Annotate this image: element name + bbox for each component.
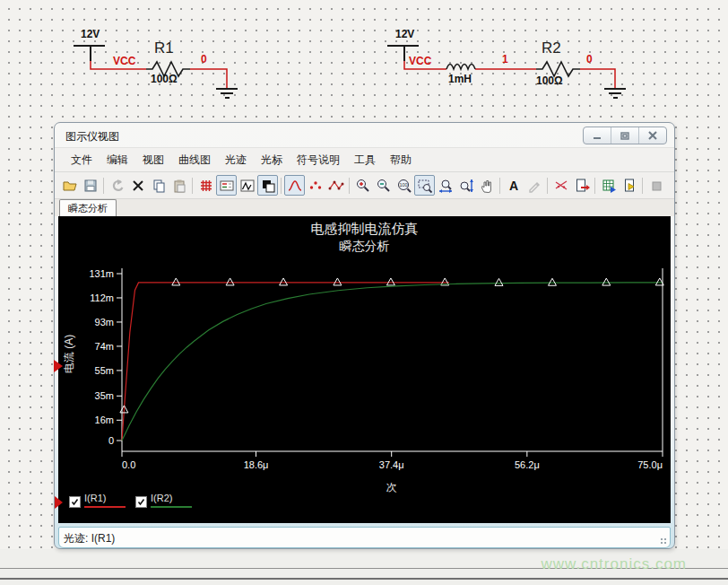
cursors-icon[interactable] [550,175,571,196]
svg-text:0: 0 [108,435,114,446]
zoom-vertical-icon[interactable] [455,175,476,196]
toolbar-separator [547,178,548,194]
paste-icon [169,175,189,196]
svg-text:56.2μ: 56.2μ [515,459,540,470]
y-axis-label: 电流 (A) [62,314,77,395]
divider-line [0,578,728,580]
stop-icon [646,175,666,196]
window-controls [583,127,667,144]
legend-label-ir1: I(R1) [84,493,126,503]
vcc-symbol-left [74,46,105,61]
svg-text:75.0μ: 75.0μ [637,459,663,470]
text-annotation-icon[interactable]: A [503,175,524,196]
net-label-vcc-right: VCC [409,55,431,67]
legend-icon[interactable] [216,175,237,196]
window-title: 图示仪视图 [65,129,119,144]
menu-graph[interactable]: 曲线图 [171,150,218,170]
menu-cursor[interactable]: 光标 [254,150,290,170]
title-bar[interactable]: 图示仪视图 [55,123,674,147]
ground-symbol-right [604,89,626,98]
legend-label-ir2: I(R2) [151,493,192,503]
source-label-left: 12V [81,28,100,40]
pan-hand-icon[interactable] [476,175,497,196]
minimize-icon [591,130,603,141]
inductor-value-l1[interactable]: 1mH [448,73,472,85]
resistor-ref-r2[interactable]: R2 [542,39,561,57]
menu-tools[interactable]: 工具 [347,150,383,170]
zoom-100-icon[interactable]: 100 [394,175,414,196]
zoom-in-icon[interactable] [352,175,373,196]
delete-icon[interactable] [127,175,148,196]
svg-text:0.0: 0.0 [122,459,135,470]
net-label-vcc-left: VCC [113,55,135,67]
export-report-icon[interactable] [619,175,639,196]
menu-edit[interactable]: 编辑 [100,150,135,170]
resistor-ref-r1[interactable]: R1 [154,39,174,57]
export-excel-icon[interactable] [598,175,619,196]
copy-icon[interactable] [148,175,169,196]
restore-button[interactable] [611,127,638,144]
trace-properties-icon[interactable] [237,175,257,196]
chart-subtitle: 瞬态分析 [58,239,671,255]
menu-file[interactable]: 文件 [64,150,100,170]
toolbar-separator [103,178,104,194]
legend-checkbox-ir1[interactable] [69,496,81,508]
toolbar-separator [281,178,282,194]
svg-text:16m: 16m [95,415,114,425]
legend-arrow-icon [55,496,63,509]
menu-help[interactable]: 帮助 [383,150,419,170]
toolbar: 100 A [55,172,674,199]
ground-symbol-left [216,89,238,98]
legend-checkbox-ir2[interactable] [135,496,147,508]
curve-style-icon[interactable] [284,175,305,196]
watermark: www.cntronics.com [542,555,687,573]
close-icon [646,130,659,141]
menu-trace[interactable]: 光迹 [218,150,254,170]
minimize-button[interactable] [584,127,611,144]
points-style-icon[interactable] [305,175,325,196]
tab-strip: 瞬态分析 [55,199,674,216]
svg-text:131m: 131m [89,268,114,279]
svg-text:112m: 112m [90,292,114,303]
source-label-right: 12V [395,28,414,40]
menu-legend[interactable]: 符号说明 [290,150,347,170]
edit-annotation-icon [524,175,544,196]
export-icon[interactable] [571,175,592,196]
legend-item-ir2: I(R2) [135,493,192,508]
legend-item-ir1: I(R1) [69,493,126,508]
save-icon[interactable] [80,175,100,196]
check-icon [71,498,79,506]
chart-area[interactable]: 016m35m55m74m93m112m131m0.018.6μ37.4μ56.… [58,216,671,523]
tab-transient-analysis[interactable]: 瞬态分析 [59,199,117,216]
status-bar: 光迹: I(R1) [58,527,671,548]
status-text: 光迹: I(R1) [64,531,115,546]
resistor-value-r2[interactable]: 100Ω [536,74,563,87]
net-label-0-right: 0 [586,53,593,65]
open-icon[interactable] [59,175,80,196]
svg-text:37.4μ: 37.4μ [379,459,404,470]
menu-view[interactable]: 视图 [135,150,171,170]
toolbar-separator [349,178,350,194]
x-axis-label: 次 [112,480,671,495]
selected-trace-arrow-icon [54,360,63,372]
net-label-1: 1 [502,53,508,65]
svg-text:35m: 35m [95,390,114,401]
zoom-out-icon[interactable] [373,175,394,196]
resistor-value-r1[interactable]: 100Ω [151,73,178,85]
plot-svg: 016m35m55m74m93m112m131m0.018.6μ37.4μ56.… [58,216,670,523]
close-button[interactable] [638,127,666,144]
svg-text:100: 100 [399,182,407,188]
resize-grip[interactable] [660,537,667,545]
zoom-horizontal-icon[interactable] [435,175,455,196]
points-line-style-icon[interactable] [325,175,346,196]
grid-icon[interactable] [195,175,216,196]
legend-color-line-ir1 [84,506,126,508]
overlay-traces-icon[interactable] [257,175,278,196]
toolbar-separator [192,178,193,194]
inductor-l1 [446,65,475,70]
undo-icon [107,175,127,196]
svg-text:18.6μ: 18.6μ [244,459,269,470]
net-label-0-left: 0 [201,53,207,65]
toolbar-separator [594,178,595,194]
zoom-area-icon[interactable] [414,175,435,196]
